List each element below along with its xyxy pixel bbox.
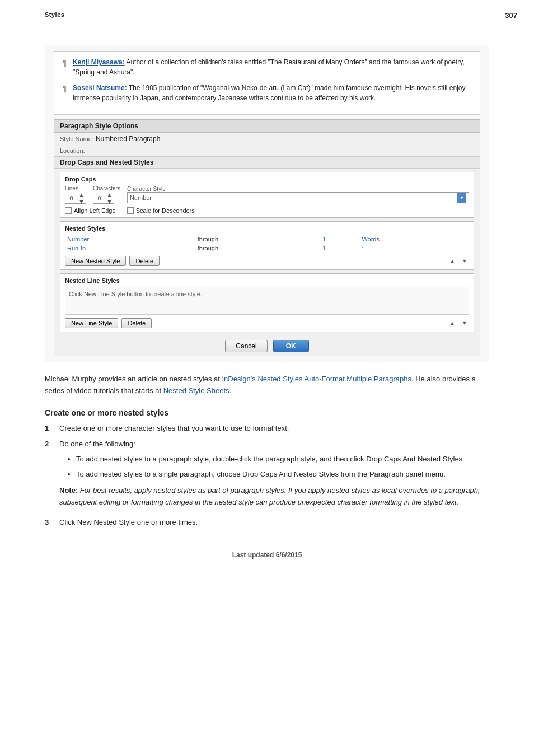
- text-block-2: ¶ Soseki Natsume: The 1905 publication o…: [63, 83, 471, 103]
- table-cell-style-1: Number: [65, 235, 195, 244]
- lines-spinner[interactable]: 0 ▲ ▼: [65, 193, 86, 204]
- section-label: Styles: [45, 11, 64, 18]
- checkboxes-row: Align Left Edge Scale for Descenders: [65, 207, 469, 214]
- lines-field: Lines 0 ▲ ▼: [65, 185, 86, 204]
- new-nested-style-button[interactable]: New Nested Style: [65, 256, 126, 266]
- nested-up-arrow[interactable]: ▲: [448, 256, 457, 265]
- align-left-edge-box[interactable]: [65, 207, 72, 214]
- note-label: Note:: [59, 486, 78, 494]
- panel-title: Paragraph Style Options: [54, 120, 480, 133]
- nested-style-link-1[interactable]: Number: [67, 236, 89, 242]
- step-2-content: Do one of the following: To add nested s…: [59, 438, 489, 512]
- step-num-3: 3: [45, 517, 55, 529]
- note-paragraph: Note: For best results, apply nested sty…: [59, 485, 489, 508]
- section-heading: Create one or more nested styles: [45, 408, 489, 417]
- align-left-edge-checkbox[interactable]: Align Left Edge: [65, 207, 116, 214]
- page-footer: Last updated 6/6/2015: [45, 551, 489, 559]
- line-down-arrow[interactable]: ▼: [460, 319, 469, 328]
- nested-styles-buttons: New Nested Style Delete ▲ ▼: [65, 256, 469, 266]
- drop-caps-label: Drop Caps: [65, 176, 469, 183]
- location-label: Location:: [60, 147, 85, 154]
- author-name-2: Soseki Natsume:: [73, 84, 127, 92]
- delete-nested-style-button[interactable]: Delete: [129, 256, 160, 266]
- nested-styles-label: Nested Styles: [65, 225, 469, 232]
- nested-count-link-1[interactable]: 1: [323, 236, 326, 242]
- lines-arrows[interactable]: ▲ ▼: [77, 192, 86, 205]
- table-row[interactable]: Number through 1 Words: [65, 235, 469, 244]
- style-name-value: Numbered Paragraph: [96, 135, 160, 143]
- link-nested-style-sheets[interactable]: Nested Style Sheets: [163, 386, 229, 395]
- style-name-label: Style Name:: [60, 136, 93, 142]
- char-style-value: Number: [130, 194, 152, 201]
- page-number: 307: [505, 11, 517, 20]
- style-options-panel: Paragraph Style Options Style Name: Numb…: [54, 119, 480, 356]
- step-text-3: Click New Nested Style one or more times…: [59, 517, 198, 529]
- nested-end-link-2[interactable]: :: [362, 245, 363, 251]
- body-p1-prefix: Michael Murphy provides an article on ne…: [45, 375, 222, 383]
- delete-line-style-button[interactable]: Delete: [121, 318, 152, 328]
- char-style-label: Character Style: [127, 186, 469, 192]
- chars-spinner[interactable]: 0 ▲ ▼: [93, 193, 114, 204]
- bullet-text-2: To add nested styles to a single paragra…: [76, 470, 446, 478]
- table-cell-through-1: through: [195, 235, 321, 244]
- nested-line-styles-group: Nested Line Styles Click New Line Style …: [60, 273, 474, 332]
- step-text-1: Create one or more character styles that…: [59, 423, 289, 435]
- step-text-2: Do one of the following:: [59, 440, 135, 448]
- text-content-1: Author of a collection of children's tal…: [73, 58, 465, 76]
- char-style-select[interactable]: Number ▼: [127, 192, 469, 203]
- table-cell-end-1: Words: [359, 235, 469, 244]
- style-name-row: Style Name: Numbered Paragraph: [54, 133, 480, 145]
- lines-value: 0: [65, 195, 77, 202]
- line-up-arrow[interactable]: ▲: [448, 319, 457, 328]
- nested-styles-table: Number through 1 Words: [65, 235, 469, 253]
- ok-button[interactable]: OK: [273, 340, 309, 352]
- nested-count-link-2[interactable]: 1: [323, 245, 326, 251]
- list-item-3: 3 Click New Nested Style one or more tim…: [45, 517, 489, 529]
- dialog-footer: Cancel OK: [54, 335, 480, 356]
- step-num-1: 1: [45, 423, 55, 435]
- chars-arrows[interactable]: ▲ ▼: [105, 192, 114, 205]
- link-nested-styles[interactable]: InDesign's Nested Styles Auto-Format Mul…: [222, 375, 411, 383]
- scale-descenders-checkbox[interactable]: Scale for Descenders: [127, 207, 195, 214]
- step-num-2: 2: [45, 438, 55, 512]
- new-line-style-button[interactable]: New Line Style: [65, 318, 118, 328]
- dialog-inner: ¶ Kenji Miyasawa: Author of a collection…: [45, 45, 489, 362]
- list-item-2: 2 Do one of the following: To add nested…: [45, 438, 489, 512]
- table-cell-end-2: :: [359, 244, 469, 253]
- bullet-list: To add nested styles to a paragraph styl…: [76, 454, 489, 480]
- numbered-list: 1 Create one or more character styles th…: [45, 423, 489, 529]
- align-left-edge-label: Align Left Edge: [74, 207, 116, 214]
- body-paragraph-1: Michael Murphy provides an article on ne…: [45, 374, 489, 397]
- table-cell-count-2: 1: [321, 244, 360, 253]
- location-row: Location:: [54, 145, 480, 156]
- dialog-screenshot: ¶ Kenji Miyasawa: Author of a collection…: [45, 45, 489, 362]
- paragraph-marker-1: ¶: [63, 57, 67, 69]
- cancel-button[interactable]: Cancel: [225, 340, 267, 352]
- nested-end-link-1[interactable]: Words: [362, 236, 380, 242]
- chars-label: Characters: [93, 185, 120, 192]
- table-row[interactable]: Run-In through 1 :: [65, 244, 469, 253]
- chars-value: 0: [93, 195, 105, 202]
- author-name-1: Kenji Miyasawa:: [73, 58, 125, 66]
- table-cell-through-2: through: [195, 244, 321, 253]
- table-cell-style-2: Run-In: [65, 244, 195, 253]
- drop-caps-fields-row: Lines 0 ▲ ▼ Characters: [65, 185, 469, 204]
- body-p1-end: .: [229, 386, 232, 395]
- lines-label: Lines: [65, 185, 86, 192]
- text-block-1: ¶ Kenji Miyasawa: Author of a collection…: [63, 57, 471, 77]
- characters-field: Characters 0 ▲ ▼: [93, 185, 120, 204]
- scale-descenders-label: Scale for Descenders: [136, 207, 195, 214]
- table-cell-count-1: 1: [321, 235, 360, 244]
- scale-descenders-box[interactable]: [127, 207, 134, 214]
- nested-down-arrow[interactable]: ▼: [460, 256, 469, 265]
- list-item-1: 1 Create one or more character styles th…: [45, 423, 489, 435]
- bullet-text-1: To add nested styles to a paragraph styl…: [76, 455, 465, 463]
- drop-caps-group: Drop Caps Lines 0 ▲ ▼: [60, 172, 474, 218]
- char-style-field: Character Style Number ▼: [127, 186, 469, 203]
- char-style-arrow[interactable]: ▼: [457, 193, 466, 203]
- text-content-2: The 1905 publication of "Wagahai-wa Neko…: [73, 84, 466, 102]
- text-preview-area: ¶ Kenji Miyasawa: Author of a collection…: [54, 51, 480, 115]
- note-text: For best results, apply nested styles as…: [59, 486, 480, 506]
- nested-style-link-2[interactable]: Run-In: [67, 245, 86, 251]
- page-rule: [518, 0, 518, 756]
